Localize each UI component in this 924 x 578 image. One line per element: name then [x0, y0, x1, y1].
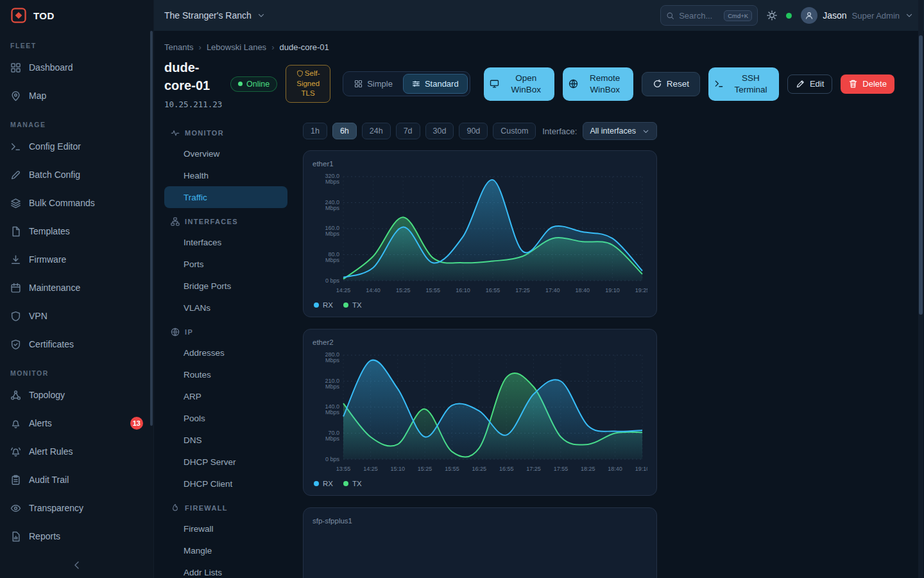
page-scrollbar-thumb[interactable]	[919, 35, 923, 315]
button-label: Reset	[667, 79, 689, 89]
main-column: The Stranger's Ranch Search... Cmd+K	[154, 0, 924, 578]
device-nav-item-label: Interfaces	[184, 238, 221, 247]
device-header: dude-core-01 10.25.211.23 Online Self-Si…	[164, 58, 914, 109]
device-nav-item-addr-lists[interactable]: Addr Lists	[164, 561, 287, 578]
sidebar-item-audit-trail[interactable]: Audit Trail	[0, 466, 153, 494]
button-label: Remote WinBox	[583, 73, 628, 95]
time-range-90d[interactable]: 90d	[459, 123, 488, 139]
device-nav-item-ports[interactable]: Ports	[164, 253, 287, 275]
device-body: MONITOROverviewHealthTrafficINTERFACESIn…	[164, 119, 914, 578]
sidebar-item-batch-config[interactable]: Batch Config	[0, 161, 153, 189]
device-nav-item-overview[interactable]: Overview	[164, 143, 287, 164]
sidebar-item-transparency[interactable]: Transparency	[0, 494, 153, 522]
device-nav-item-dhcp-server[interactable]: DHCP Server	[164, 451, 287, 473]
sidebar-scrollbar[interactable]	[150, 31, 153, 426]
sidebar-item-firmware[interactable]: Firmware	[0, 245, 153, 274]
time-range-custom[interactable]: Custom	[493, 123, 536, 139]
svg-text:15:25: 15:25	[418, 466, 432, 472]
sun-icon	[767, 10, 777, 21]
activity-icon	[171, 128, 180, 137]
device-nav-item-label: Overview	[184, 149, 219, 159]
device-nav-section-firewall: FIREWALL	[164, 498, 287, 518]
status-badge: Online	[230, 76, 277, 92]
sidebar-item-alert-rules[interactable]: Alert Rules	[0, 437, 153, 466]
reset-button[interactable]: Reset	[642, 72, 700, 96]
device-nav-item-firewall[interactable]: Firewall	[164, 518, 287, 539]
sidebar-collapse-button[interactable]	[0, 552, 153, 578]
logo[interactable]: TOD	[0, 0, 153, 31]
device-nav-section-ip: IP	[164, 322, 287, 342]
sidebar-item-templates[interactable]: Templates	[0, 217, 153, 245]
terminal-icon	[10, 141, 21, 152]
svg-text:Mbps: Mbps	[325, 357, 340, 363]
breadcrumb-item-lebowski-lanes[interactable]: Lebowski Lanes	[207, 42, 266, 52]
sidebar-item-label: Templates	[29, 226, 70, 236]
device-nav-item-label: Traffic	[184, 193, 207, 202]
device-nav-item-health[interactable]: Health	[164, 164, 287, 186]
device-nav-section-monitor: MONITOR	[164, 123, 287, 143]
chart-plot: 320.0Mbps240.0Mbps160.0Mbps80.0Mbps0 bps…	[312, 170, 647, 297]
time-range-1h[interactable]: 1h	[303, 123, 327, 139]
device-nav-item-vlans[interactable]: VLANs	[164, 297, 287, 319]
ssh-terminal-button[interactable]: SSH Terminal	[708, 67, 779, 101]
sidebar-item-label: Topology	[29, 390, 65, 400]
sidebar-item-certificates[interactable]: Certificates	[0, 330, 153, 358]
button-label: SSH Terminal	[728, 73, 773, 95]
sidebar-item-bulk-commands[interactable]: Bulk Commands	[0, 189, 153, 217]
device-nav-item-addresses[interactable]: Addresses	[164, 342, 287, 363]
grid-icon	[10, 62, 21, 73]
device-nav-item-interfaces[interactable]: Interfaces	[164, 231, 287, 253]
user-menu[interactable]: Jason Super Admin	[801, 7, 914, 24]
svg-text:15:55: 15:55	[445, 466, 459, 472]
button-label: Delete	[862, 79, 887, 89]
sidebar-item-reports[interactable]: Reports	[0, 522, 153, 550]
view-toggle-simple[interactable]: Simple	[345, 74, 402, 94]
search-input[interactable]: Search... Cmd+K	[660, 5, 758, 26]
delete-button[interactable]: Delete	[841, 74, 894, 94]
sliders-icon	[412, 80, 420, 88]
sidebar-item-dashboard[interactable]: Dashboard	[0, 53, 153, 82]
breadcrumb: Tenants›Lebowski Lanes›dude-core-01	[164, 31, 914, 57]
svg-text:Mbps: Mbps	[325, 409, 340, 416]
edit-button[interactable]: Edit	[787, 74, 832, 94]
tenant-selector[interactable]: The Stranger's Ranch	[164, 10, 266, 21]
breadcrumb-item-tenants[interactable]: Tenants	[164, 42, 194, 52]
sidebar-item-topology[interactable]: Topology	[0, 381, 153, 409]
sidebar-item-vpn[interactable]: VPN	[0, 302, 153, 330]
time-range-6h[interactable]: 6h	[332, 123, 357, 139]
open-winbox-button[interactable]: Open WinBox	[484, 67, 554, 101]
theme-toggle-button[interactable]	[767, 10, 777, 21]
sidebar-item-config-editor[interactable]: Config Editor	[0, 132, 153, 161]
remote-winbox-button[interactable]: Remote WinBox	[563, 67, 633, 101]
user-icon	[805, 11, 814, 20]
device-ip: 10.25.211.23	[164, 100, 222, 109]
svg-text:18:25: 18:25	[581, 466, 595, 472]
sidebar-item-map[interactable]: Map	[0, 82, 153, 110]
interface-select-value: All interfaces	[590, 127, 636, 136]
svg-text:16:55: 16:55	[486, 287, 501, 293]
device-nav-section-label: INTERFACES	[185, 218, 238, 225]
device-nav-item-bridge-ports[interactable]: Bridge Ports	[164, 275, 287, 297]
time-range-7d[interactable]: 7d	[396, 123, 420, 139]
sidebar: TOD FLEETDashboardMapMANAGEConfig Editor…	[0, 0, 154, 578]
device-nav-item-dns[interactable]: DNS	[164, 429, 287, 451]
traffic-panel: 1h6h24h7d30d90dCustom Interface: All int…	[303, 119, 657, 578]
device-nav-item-pools[interactable]: Pools	[164, 407, 287, 429]
device-nav-item-routes[interactable]: Routes	[164, 363, 287, 385]
time-range-24h[interactable]: 24h	[362, 123, 391, 139]
interface-select[interactable]: All interfaces	[583, 122, 657, 140]
legend-tx: TX	[343, 301, 362, 309]
traffic-chart-card-ether2: ether2280.0Mbps210.0Mbps140.0Mbps70.0Mbp…	[303, 329, 657, 496]
sidebar-item-maintenance[interactable]: Maintenance	[0, 274, 153, 302]
view-toggle-standard[interactable]: Standard	[403, 74, 468, 94]
sidebar-item-alerts[interactable]: Alerts13	[0, 409, 153, 437]
eye-icon	[10, 503, 21, 514]
content: Tenants›Lebowski Lanes›dude-core-01 dude…	[154, 31, 924, 578]
device-nav-item-dhcp-client[interactable]: DHCP Client	[164, 473, 287, 495]
tls-badge: Self-Signed TLS	[286, 65, 330, 103]
topbar: The Stranger's Ranch Search... Cmd+K	[154, 0, 924, 31]
device-nav-item-mangle[interactable]: Mangle	[164, 539, 287, 561]
device-nav-item-arp[interactable]: ARP	[164, 385, 287, 407]
time-range-30d[interactable]: 30d	[425, 123, 454, 139]
device-nav-item-traffic[interactable]: Traffic	[164, 186, 287, 208]
